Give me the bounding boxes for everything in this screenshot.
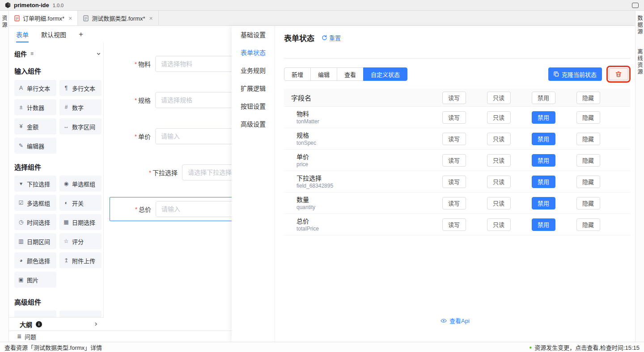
eye-icon	[441, 318, 447, 324]
amount-icon: ¥	[18, 123, 24, 130]
layout-toggle-icon[interactable]: ≡	[30, 50, 34, 57]
option-disabled[interactable]: 禁用	[532, 218, 555, 231]
header-option-disabled[interactable]: 禁用	[532, 92, 555, 104]
option-readonly[interactable]: 只读	[487, 154, 511, 167]
component-editor[interactable]: ✎编辑器	[14, 138, 56, 154]
close-tab-icon[interactable]: ×	[68, 15, 72, 22]
panel-toggle-icon[interactable]	[632, 3, 639, 8]
problems-bar[interactable]: ≣ 问题	[9, 331, 232, 342]
status-dot-icon: ●	[529, 345, 532, 350]
component-rating[interactable]: ☆评分	[59, 233, 102, 249]
component-number[interactable]: #数字	[59, 99, 102, 115]
tab-order-detail-formx[interactable]: 订单明细.formx* ×	[9, 11, 78, 25]
view-api-link[interactable]: 查看Api	[275, 316, 635, 325]
chevron-right-icon[interactable]	[93, 322, 98, 327]
chevron-down-icon[interactable]	[96, 51, 101, 56]
view-tab-default-view[interactable]: 默认视图	[41, 26, 66, 42]
add-view-button[interactable]: +	[79, 30, 83, 38]
status-right-text: 资源发生变更，点击查看,检查时间:15:15	[534, 343, 640, 352]
option-readwrite[interactable]: 读写	[442, 197, 466, 210]
close-tab-icon[interactable]: ×	[149, 15, 153, 22]
state-tab-view[interactable]: 查看	[337, 67, 364, 81]
component-image[interactable]: ▣图片	[14, 272, 56, 288]
radio-group-icon: ◉	[63, 180, 69, 187]
field-name-header: 字段名	[284, 93, 432, 102]
option-readonly[interactable]: 只读	[487, 111, 511, 124]
option-disabled[interactable]: 禁用	[532, 133, 555, 145]
option-disabled[interactable]: 禁用	[532, 197, 555, 210]
status-left-text[interactable]: 查看资源「测试数据类型.formx」详情	[4, 343, 102, 352]
refresh-icon	[322, 35, 327, 41]
option-readonly[interactable]: 只读	[487, 133, 511, 145]
clone-current-state-button[interactable]: 克隆当前状态	[548, 67, 602, 81]
state-tab-edit[interactable]: 编辑	[310, 67, 337, 81]
editor-tabbar: 订单明细.formx* × 测试数据类型.formx* ×	[9, 11, 635, 26]
header-option-hidden[interactable]: 隐藏	[576, 92, 600, 104]
resources-rail-item[interactable]: 资源	[0, 15, 8, 29]
image-icon: ▣	[18, 277, 24, 283]
component-number-range[interactable]: ↔数字区间	[59, 118, 102, 134]
component-color-picker[interactable]: ◕颜色选择	[14, 252, 56, 268]
option-readwrite[interactable]: 读写	[442, 111, 466, 124]
option-readonly[interactable]: 只读	[487, 218, 511, 231]
option-hidden[interactable]: 隐藏	[576, 154, 600, 167]
nav-advanced-settings[interactable]: 高级设置	[232, 115, 275, 133]
option-disabled[interactable]: 禁用	[532, 154, 555, 167]
header-option-readwrite[interactable]: 读写	[442, 92, 466, 104]
section-title-input: 输入组件	[14, 66, 101, 74]
option-readwrite[interactable]: 读写	[442, 133, 466, 145]
component-attachment-upload[interactable]: ↥附件上传	[59, 252, 102, 268]
option-hidden[interactable]: 隐藏	[576, 133, 600, 145]
nav-extension-logic[interactable]: 扩展逻辑	[232, 80, 275, 97]
state-tab-new[interactable]: 新增	[284, 67, 311, 81]
nav-button-settings[interactable]: 按钮设置	[232, 97, 275, 115]
component-multi-line-text[interactable]: ¶多行文本	[59, 80, 102, 96]
option-disabled[interactable]: 禁用	[532, 111, 555, 124]
option-hidden[interactable]: 隐藏	[576, 176, 600, 188]
delete-state-button[interactable]	[609, 68, 628, 80]
single-line-text-icon: A	[18, 85, 24, 91]
number-range-icon: ↔	[63, 123, 69, 130]
tab-test-data-type-formx[interactable]: 测试数据类型.formx* ×	[78, 11, 158, 25]
option-readwrite[interactable]: 读写	[442, 176, 466, 188]
component-single-line-text[interactable]: A单行文本	[14, 80, 56, 96]
nav-business-rules[interactable]: 业务规则	[232, 62, 275, 80]
offline-resources-rail-item[interactable]: 离线资源	[636, 49, 644, 75]
field-name: 单价	[297, 153, 432, 160]
state-tab-custom[interactable]: 自定义状态	[363, 67, 407, 81]
datasource-rail-item[interactable]: 数据源	[636, 15, 644, 35]
option-hidden[interactable]: 隐藏	[576, 111, 600, 124]
table-row-dropdown: 下拉选择field_68342895 读写 只读 禁用 隐藏	[284, 171, 631, 193]
nav-form-state[interactable]: 表单状态	[232, 44, 275, 62]
component-switch[interactable]: ◐开关	[59, 195, 102, 211]
option-hidden[interactable]: 隐藏	[576, 197, 600, 210]
component-checkbox-group[interactable]: ☑多选框组	[14, 195, 56, 211]
component-counter[interactable]: ±计数器	[14, 99, 56, 115]
reset-link[interactable]: 重置	[322, 34, 341, 42]
palette-header: 组件 ≡	[14, 47, 101, 60]
option-hidden[interactable]: 隐藏	[576, 218, 600, 231]
component-date-picker[interactable]: ▦日期选择	[59, 214, 102, 230]
option-readwrite[interactable]: 读写	[442, 154, 466, 167]
component-radio-group[interactable]: ◉单选框组	[59, 176, 102, 192]
settings-nav: 基础设置 表单状态 业务规则 扩展逻辑 按钮设置 高级设置	[232, 26, 275, 342]
option-readonly[interactable]: 只读	[487, 176, 511, 188]
view-tab-form[interactable]: 表单	[16, 26, 29, 42]
form-state-header: 表单状态 重置	[284, 32, 631, 43]
component-amount[interactable]: ¥金额	[14, 118, 56, 134]
component-clipped[interactable]	[59, 310, 102, 317]
resource-change-status[interactable]: ● 资源发生变更，点击查看,检查时间:15:15	[529, 343, 640, 352]
dropdown-icon: ▾	[18, 180, 24, 187]
nav-basic-settings[interactable]: 基础设置	[232, 26, 275, 44]
header-option-readonly[interactable]: 只读	[487, 92, 511, 104]
component-date-range[interactable]: ▥日期区间	[14, 233, 56, 249]
outline-bar[interactable]: 大纲 i	[9, 317, 104, 331]
option-readwrite[interactable]: 读写	[442, 218, 466, 231]
component-time-picker[interactable]: ◷时间选择	[14, 214, 56, 230]
option-disabled[interactable]: 禁用	[532, 176, 555, 188]
option-readonly[interactable]: 只读	[487, 197, 511, 210]
component-dropdown[interactable]: ▾下拉选择	[14, 176, 56, 192]
component-clipped[interactable]	[14, 310, 56, 317]
date-range-icon: ▥	[18, 238, 24, 244]
list-icon: ≣	[17, 333, 21, 339]
